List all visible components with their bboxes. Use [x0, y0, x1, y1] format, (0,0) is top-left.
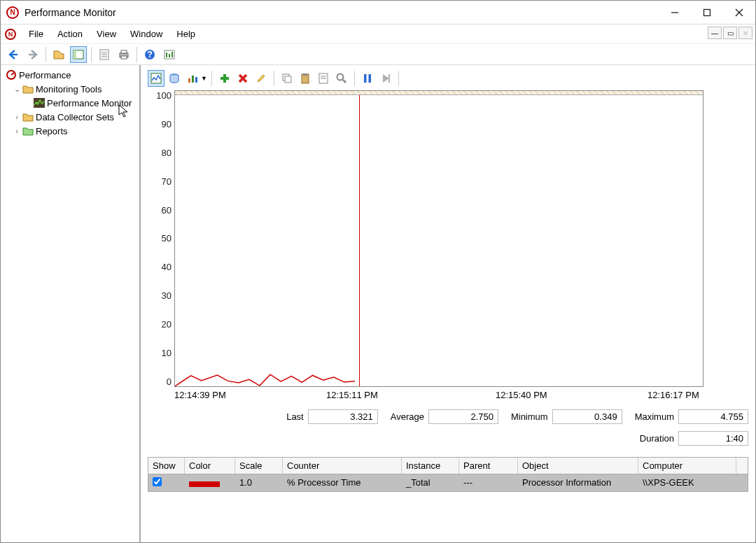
expander-icon[interactable]: ›	[12, 113, 22, 121]
row-computer: \\XPS-GEEK	[638, 474, 736, 491]
x-axis-labels: 12:14:39 PM12:15:11 PM12:15:40 PM12:16:1…	[174, 387, 704, 402]
svg-rect-27	[192, 76, 194, 83]
menu-help[interactable]: Help	[169, 26, 202, 42]
chart-plot[interactable]	[174, 90, 704, 387]
head-instance[interactable]: Instance	[402, 458, 459, 474]
svg-rect-14	[121, 56, 127, 59]
tree-monitoring-tools[interactable]: ⌄ Monitoring Tools	[1, 82, 139, 96]
head-object[interactable]: Object	[518, 458, 638, 474]
folder-icon	[22, 83, 34, 94]
perf-icon	[5, 69, 18, 80]
svg-line-41	[343, 80, 346, 83]
counter-table: Show Color Scale Counter Instance Parent…	[148, 457, 748, 492]
menu-action[interactable]: Action	[50, 26, 90, 42]
head-scale[interactable]: Scale	[235, 458, 283, 474]
last-label: Last	[286, 411, 304, 422]
zoom-button[interactable]	[333, 70, 350, 87]
svg-rect-26	[188, 78, 190, 83]
chart-line	[175, 91, 704, 388]
y-axis-labels: 1009080706050403020100	[148, 90, 174, 387]
add-counter-button[interactable]	[216, 70, 233, 87]
svg-point-40	[337, 74, 343, 80]
table-head: Show Color Scale Counter Instance Parent…	[148, 458, 748, 474]
update-button[interactable]	[377, 70, 394, 87]
new-data-collector-button[interactable]	[161, 46, 178, 63]
table-row[interactable]: 1.0 % Processor Time _Total --- Processo…	[148, 474, 748, 491]
expander-icon[interactable]: ›	[12, 127, 22, 135]
help-button[interactable]: ?	[141, 46, 158, 63]
row-show-checkbox[interactable]	[153, 477, 162, 486]
head-parent[interactable]: Parent	[459, 458, 518, 474]
summary-bar: Last3.321 Average2.750 Minimum0.349 Maxi…	[174, 409, 748, 446]
menu-file[interactable]: File	[22, 26, 50, 42]
mdi-restore[interactable]: ▭	[723, 27, 737, 39]
chart-toolbar: ▼	[148, 69, 748, 90]
last-value: 3.321	[308, 409, 378, 424]
dropdown-icon[interactable]: ▼	[201, 75, 207, 82]
row-parent: ---	[459, 474, 518, 491]
folder-icon	[22, 125, 34, 136]
avg-label: Average	[391, 411, 424, 422]
svg-rect-43	[368, 74, 371, 83]
print-button[interactable]	[115, 46, 132, 63]
svg-rect-36	[303, 73, 307, 76]
head-counter[interactable]: Counter	[283, 458, 402, 474]
head-color[interactable]: Color	[185, 458, 235, 474]
menu-view[interactable]: View	[90, 26, 123, 42]
mmc-icon: N	[5, 29, 16, 40]
svg-rect-42	[364, 74, 367, 83]
svg-text:?: ?	[147, 49, 153, 59]
properties-chart-button[interactable]	[315, 70, 332, 87]
properties-button[interactable]	[96, 46, 113, 63]
maximize-button[interactable]	[691, 1, 723, 24]
menubar: N File Action View Window Help — ▭ ✕	[1, 24, 755, 44]
monitor-icon	[33, 97, 46, 108]
svg-rect-19	[169, 54, 170, 57]
svg-rect-13	[121, 50, 127, 53]
min-value: 0.349	[552, 409, 622, 424]
chart-area: 1009080706050403020100	[148, 90, 748, 387]
paste-button[interactable]	[297, 70, 314, 87]
copy-button[interactable]	[279, 70, 295, 87]
view-log-data-button[interactable]	[166, 70, 183, 87]
head-show[interactable]: Show	[148, 458, 185, 474]
tree-monitoring-label: Monitoring Tools	[36, 84, 102, 94]
duration-value: 1:40	[678, 431, 748, 446]
show-tree-button[interactable]	[50, 46, 67, 63]
highlight-button[interactable]	[253, 70, 270, 87]
tree-reports-label: Reports	[36, 126, 68, 136]
toolbar: ?	[1, 44, 755, 65]
max-label: Maximum	[635, 411, 674, 422]
row-instance: _Total	[402, 474, 459, 491]
tree-dcs-label: Data Collector Sets	[36, 112, 114, 122]
row-counter: % Processor Time	[283, 474, 402, 491]
content-pane: ▼ 1009080706050403020100 12:14:39 PM1	[141, 65, 755, 543]
tree-reports[interactable]: › Reports	[1, 124, 139, 138]
svg-rect-1	[704, 9, 710, 15]
freeze-button[interactable]	[359, 70, 376, 87]
svg-rect-20	[172, 52, 173, 57]
min-label: Minimum	[511, 411, 548, 422]
folder-icon	[22, 111, 34, 122]
cursor-icon	[118, 104, 131, 118]
view-current-activity-button[interactable]	[148, 70, 164, 87]
minimize-button[interactable]	[659, 1, 691, 24]
forward-button[interactable]	[24, 46, 41, 63]
avg-value: 2.750	[428, 409, 498, 424]
row-scale: 1.0	[235, 474, 283, 491]
show-console-tree-button[interactable]	[70, 46, 87, 63]
menu-window[interactable]: Window	[123, 26, 169, 42]
change-graph-type-button[interactable]	[184, 70, 201, 87]
expander-icon[interactable]: ⌄	[12, 85, 22, 94]
navigation-tree: Performance ⌄ Monitoring Tools Performan…	[1, 65, 141, 543]
mdi-close[interactable]: ✕	[738, 27, 752, 39]
close-button[interactable]	[723, 1, 755, 24]
svg-rect-18	[166, 52, 167, 57]
mdi-minimize[interactable]: —	[708, 27, 722, 39]
tree-root[interactable]: Performance	[1, 68, 139, 82]
tree-root-label: Performance	[19, 70, 71, 80]
head-computer[interactable]: Computer	[638, 458, 736, 474]
svg-rect-7	[74, 50, 76, 59]
delete-counter-button[interactable]	[234, 70, 251, 87]
back-button[interactable]	[5, 46, 22, 63]
